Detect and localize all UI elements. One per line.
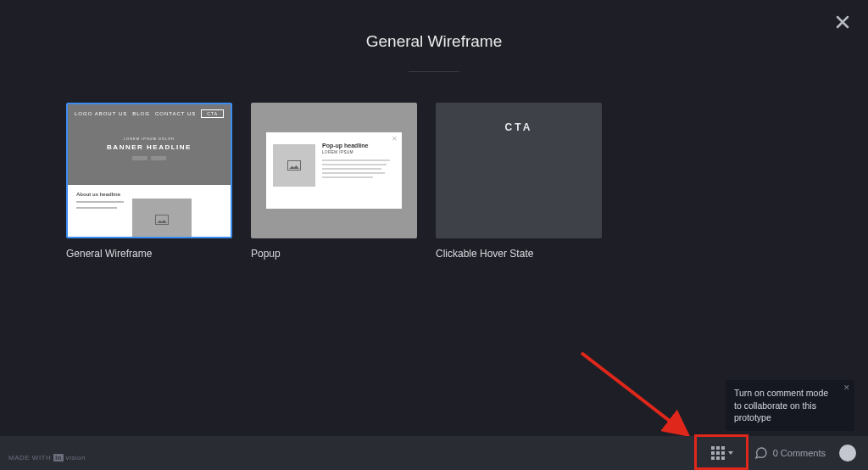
screen-label: General Wireframe [66, 248, 232, 260]
tooltip-text: Turn on comment mode to collaborate on t… [734, 388, 828, 422]
screen-label: Clickable Hover State [436, 248, 602, 260]
screen-card-cta: CTA Clickable Hover State [436, 103, 602, 260]
screen-label: Popup [251, 248, 417, 260]
close-icon [836, 15, 849, 29]
image-placeholder-icon [132, 199, 192, 238]
comments-button[interactable]: 0 Comments [747, 436, 836, 470]
grid-icon [711, 446, 725, 460]
chevron-down-icon [728, 451, 733, 455]
screen-thumb-cta[interactable]: CTA [436, 103, 602, 238]
user-avatar[interactable] [839, 445, 856, 462]
image-placeholder-icon [273, 144, 315, 187]
bottom-bar: MADE WITH in vision 0 Comments [0, 436, 868, 470]
grid-view-button[interactable] [698, 436, 747, 470]
screen-card-popup: ✕ Pop-up headline LOREM IPSUM Popup [251, 103, 417, 260]
thumb-close-icon: ✕ [392, 135, 398, 143]
comment-tooltip: ✕ Turn on comment mode to collaborate on… [726, 380, 854, 431]
header: General Wireframe [0, 0, 868, 72]
close-button[interactable] [836, 15, 849, 29]
screen-card-general-wireframe: LOGO ABOUT US BLOG CONTACT US CTA LOREM … [66, 103, 232, 260]
svg-line-0 [581, 353, 685, 433]
screen-thumb-general-wireframe[interactable]: LOGO ABOUT US BLOG CONTACT US CTA LOREM … [66, 103, 232, 238]
screen-gallery: LOGO ABOUT US BLOG CONTACT US CTA LOREM … [0, 72, 868, 260]
comments-count: 0 Comments [773, 448, 826, 458]
thumb-logo: LOGO [75, 111, 92, 116]
made-with-badge[interactable]: MADE WITH in vision [8, 454, 86, 462]
page-title: General Wireframe [0, 32, 868, 51]
comment-icon [754, 446, 768, 460]
tooltip-close-button[interactable]: ✕ [843, 383, 850, 394]
screen-thumb-popup[interactable]: ✕ Pop-up headline LOREM IPSUM [251, 103, 417, 238]
